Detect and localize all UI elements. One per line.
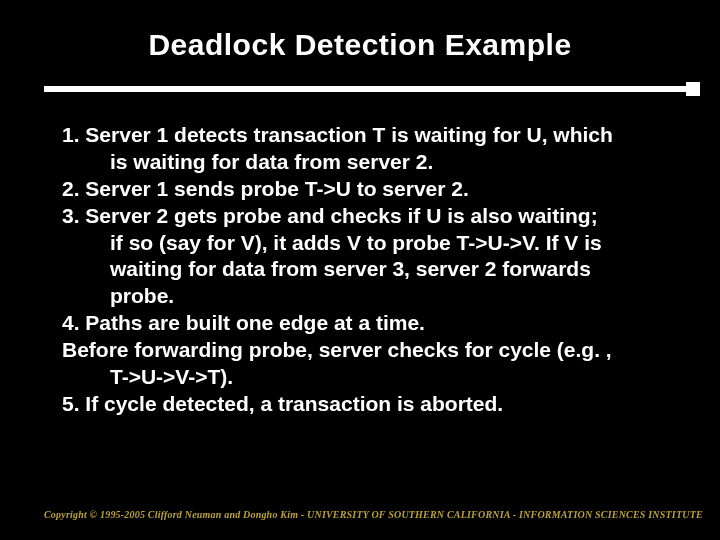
body-line: waiting for data from server 3, server 2… — [62, 256, 668, 283]
body-line: if so (say for V), it adds V to probe T-… — [62, 230, 668, 257]
body-line: probe. — [62, 283, 668, 310]
slide-title: Deadlock Detection Example — [0, 0, 720, 62]
body-line: T->U->V->T). — [62, 364, 668, 391]
slide: Deadlock Detection Example 1. Server 1 d… — [0, 0, 720, 540]
body-line: 5. If cycle detected, a transaction is a… — [62, 391, 668, 418]
body-line: 3. Server 2 gets probe and checks if U i… — [62, 203, 668, 230]
slide-body: 1. Server 1 detects transaction T is wai… — [0, 96, 720, 418]
body-line: is waiting for data from server 2. — [62, 149, 668, 176]
copyright-footer: Copyright © 1995-2005 Clifford Neuman an… — [44, 509, 703, 520]
rule-endcap — [686, 82, 700, 96]
body-line: Before forwarding probe, server checks f… — [62, 337, 668, 364]
title-rule — [0, 82, 720, 96]
body-line: 4. Paths are built one edge at a time. — [62, 310, 668, 337]
body-line: 1. Server 1 detects transaction T is wai… — [62, 122, 668, 149]
rule-line — [44, 86, 686, 92]
body-line: 2. Server 1 sends probe T->U to server 2… — [62, 176, 668, 203]
